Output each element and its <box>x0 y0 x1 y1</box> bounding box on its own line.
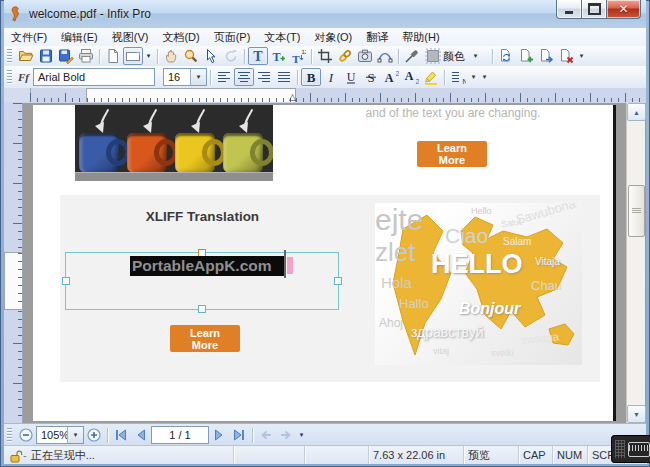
section-heading[interactable]: XLIFF Translation <box>60 209 345 224</box>
toolbar-grip[interactable] <box>7 49 12 63</box>
select-arrow-button[interactable] <box>201 47 221 65</box>
page-number-field[interactable]: 1 / 1 <box>151 426 209 444</box>
link-button[interactable] <box>335 47 355 65</box>
menu-item-6[interactable]: 文本(T) <box>257 28 307 47</box>
history-forward-button[interactable] <box>276 426 296 444</box>
subscript-button[interactable]: A2 <box>401 68 421 86</box>
close-button[interactable]: ✕ <box>607 0 641 19</box>
dropdown-caret-button[interactable]: ▾ <box>576 47 587 65</box>
hello-word-7: zlet <box>375 239 415 265</box>
page-replace-button[interactable] <box>496 47 516 65</box>
camera-button[interactable] <box>355 47 375 65</box>
align-center-button[interactable] <box>234 68 254 86</box>
pdf-page[interactable]: and of the text you are changing. Learn … <box>33 105 616 421</box>
learn-more-button-top[interactable]: Learn More <box>417 141 487 167</box>
keyboard-drag-handle[interactable] <box>615 440 625 458</box>
bold-button[interactable]: B <box>301 68 321 86</box>
menu-item-1[interactable]: 文件(F) <box>4 28 54 47</box>
save-button[interactable] <box>36 47 56 65</box>
zoom-level-combo[interactable]: 105%▾ <box>36 426 84 444</box>
highlighter-button[interactable] <box>421 68 441 86</box>
line-spacing-button[interactable]: N <box>448 68 468 86</box>
hand-tool-button[interactable] <box>161 47 181 65</box>
underline-button[interactable]: U <box>341 68 361 86</box>
eyedropper-button[interactable] <box>402 47 422 65</box>
hello-languages-image[interactable]: ejteSawubonaHelloSalutCiaoSalamzletHELLO… <box>375 203 582 365</box>
italic-button[interactable]: I <box>321 68 341 86</box>
font-name-combo[interactable]: Arial Bold <box>33 68 155 86</box>
toolbar-separator <box>311 49 312 64</box>
text-order-button[interactable]: T12 <box>288 47 308 65</box>
path-button[interactable] <box>375 47 395 65</box>
page-landscape-button[interactable] <box>123 47 143 65</box>
page-add-button[interactable] <box>516 47 536 65</box>
page-portrait-button[interactable] <box>103 47 123 65</box>
toolbar-separator <box>157 49 158 64</box>
vertical-scrollbar[interactable]: ▲ ▼ <box>626 103 645 423</box>
toolbar-grip[interactable] <box>7 428 12 442</box>
learn-more-button-bottom[interactable]: Learn More <box>170 325 240 352</box>
scrollbar-thumb[interactable] <box>628 185 645 237</box>
nav-next-button[interactable] <box>209 426 229 444</box>
menu-item-3[interactable]: 视图(V) <box>105 28 156 47</box>
page-extract-button[interactable] <box>536 47 556 65</box>
rotate-button[interactable] <box>221 47 241 65</box>
selection-handle-left[interactable] <box>62 277 70 285</box>
print-button[interactable] <box>76 47 96 65</box>
open-button[interactable] <box>16 47 36 65</box>
dropdown-caret-button[interactable]: ▾ <box>296 426 307 444</box>
selection-handle-bottom[interactable] <box>198 305 206 313</box>
mugs-image[interactable] <box>75 105 273 181</box>
dropdown-caret-button[interactable]: ▾ <box>470 47 481 65</box>
dropdown-caret-button[interactable]: ▾ <box>468 68 479 86</box>
align-right-button[interactable] <box>254 68 274 86</box>
dropdown-caret-button[interactable]: ▾ <box>479 68 490 86</box>
color-swatch-button[interactable]: 颜色 <box>422 47 470 65</box>
zoom-in-button[interactable] <box>84 426 104 444</box>
status-bar: -正在呈现中...7.63 x 22.06 in预览CAPNUMSCRL <box>4 445 646 464</box>
save-as-button[interactable] <box>56 47 76 65</box>
nav-last-button[interactable] <box>229 426 249 444</box>
nav-first-button[interactable] <box>111 426 131 444</box>
window-title: welcome.pdf - Infix Pro <box>29 7 151 21</box>
font-size-dropdown[interactable]: ▾ <box>190 69 206 85</box>
text-tool-button[interactable]: T <box>248 47 268 65</box>
align-left-button[interactable] <box>214 68 234 86</box>
touch-keyboard-button[interactable] <box>611 435 650 463</box>
menu-item-5[interactable]: 页面(P) <box>207 28 258 47</box>
maximize-button[interactable] <box>582 0 607 19</box>
menu-item-2[interactable]: 编辑(E) <box>54 28 105 47</box>
selection-handle-right[interactable] <box>334 277 342 285</box>
zoom-out-button[interactable] <box>16 426 36 444</box>
menu-item-8[interactable]: 翻译 <box>359 28 395 47</box>
text-add-button[interactable]: T <box>268 47 288 65</box>
crop-button[interactable] <box>315 47 335 65</box>
superscript-button[interactable]: A2 <box>381 68 401 86</box>
scroll-up-button[interactable]: ▲ <box>627 103 646 121</box>
scroll-down-button[interactable]: ▼ <box>627 405 646 423</box>
path-icon <box>377 48 393 64</box>
menu-item-4[interactable]: 文档(D) <box>155 28 206 47</box>
align-justify-button[interactable] <box>274 68 294 86</box>
ruler-marker[interactable]: △ <box>289 92 296 102</box>
strikethrough-button[interactable]: S <box>361 68 381 86</box>
menu-item-7[interactable]: 对象(O) <box>307 28 359 47</box>
hello-word-15: здравствуй <box>411 325 484 339</box>
font-size-combo[interactable]: 16▾ <box>163 68 207 86</box>
zoom-tool-button[interactable] <box>181 47 201 65</box>
save-icon <box>38 48 54 64</box>
page-caption-text[interactable]: and of the text you are changing. <box>303 106 603 120</box>
menu-item-9[interactable]: 帮助(H) <box>395 28 446 47</box>
pilcrow-marker <box>287 257 293 274</box>
selected-text[interactable]: PortableAppK.com <box>130 256 284 276</box>
minimize-button[interactable] <box>556 0 582 19</box>
history-back-button[interactable] <box>256 426 276 444</box>
toolbar-grip[interactable] <box>7 70 12 84</box>
svg-text:2: 2 <box>396 70 400 77</box>
dropdown-caret-button[interactable]: ▾ <box>143 47 154 65</box>
toolbar-separator <box>99 49 100 64</box>
view-mode: 预览 <box>464 446 519 464</box>
page-delete-button[interactable] <box>556 47 576 65</box>
zoom-level-dropdown[interactable]: ▾ <box>67 427 83 443</box>
nav-prev-button[interactable] <box>131 426 151 444</box>
